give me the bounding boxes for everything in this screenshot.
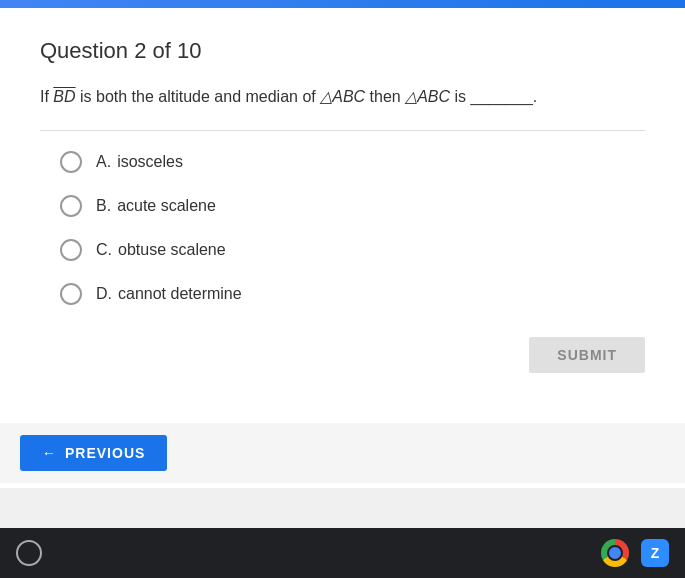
option-text-a: isosceles xyxy=(117,153,183,171)
option-text-b: acute scalene xyxy=(117,197,216,215)
text-middle: is both the altitude and median of xyxy=(80,88,316,105)
text-then: then xyxy=(370,88,401,105)
radio-b[interactable] xyxy=(60,195,82,217)
option-d[interactable]: D. cannot determine xyxy=(60,283,645,305)
previous-button[interactable]: ← PREVIOUS xyxy=(20,435,167,471)
top-accent-bar xyxy=(0,0,685,8)
question-text: If BD is both the altitude and median of… xyxy=(40,84,645,110)
taskbar-left xyxy=(16,540,42,566)
option-b[interactable]: B. acute scalene xyxy=(60,195,645,217)
arrow-left-icon: ← xyxy=(42,445,57,461)
bottom-nav: ← PREVIOUS xyxy=(0,423,685,483)
taskbar-right: Z xyxy=(601,539,669,567)
chrome-icon[interactable] xyxy=(601,539,629,567)
zoom-icon[interactable]: Z xyxy=(641,539,669,567)
radio-a[interactable] xyxy=(60,151,82,173)
submit-button[interactable]: SUBMIT xyxy=(529,337,645,373)
option-letter-a: A. xyxy=(96,153,111,171)
question-number: Question 2 of 10 xyxy=(40,38,645,64)
option-text-d: cannot determine xyxy=(118,285,242,303)
options-list: A. isosceles B. acute scalene C. obtuse … xyxy=(60,151,645,305)
taskbar-circle-icon xyxy=(16,540,42,566)
submit-area: SUBMIT xyxy=(40,327,645,393)
option-a[interactable]: A. isosceles xyxy=(60,151,645,173)
option-text-c: obtuse scalene xyxy=(118,241,226,259)
main-content: Question 2 of 10 If BD is both the altit… xyxy=(0,8,685,488)
radio-c[interactable] xyxy=(60,239,82,261)
option-letter-b: B. xyxy=(96,197,111,215)
option-letter-c: C. xyxy=(96,241,112,259)
radio-d[interactable] xyxy=(60,283,82,305)
triangle-abc2: △ABC xyxy=(405,88,454,105)
text-suffix: is _______. xyxy=(455,88,538,105)
text-if: If xyxy=(40,88,49,105)
previous-label: PREVIOUS xyxy=(65,445,145,461)
divider xyxy=(40,130,645,131)
option-c[interactable]: C. obtuse scalene xyxy=(60,239,645,261)
taskbar: Z xyxy=(0,528,685,578)
bd-label: BD xyxy=(53,88,80,105)
option-letter-d: D. xyxy=(96,285,112,303)
triangle-abc1: △ABC xyxy=(320,88,369,105)
